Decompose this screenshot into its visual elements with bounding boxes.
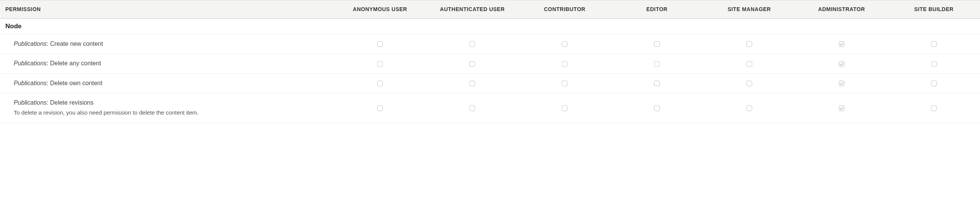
checkbox-r0-c6[interactable] — [931, 41, 937, 47]
col-header-role-3: EDITOR — [611, 0, 703, 19]
group-label: Node — [0, 18, 980, 34]
checkbox-r1-c3[interactable] — [654, 61, 660, 67]
checkbox-r0-c0[interactable] — [377, 41, 383, 47]
checkbox-r1-c1[interactable] — [469, 61, 475, 67]
permission-action: : Create new content — [47, 40, 103, 47]
checkbox-r1-c5[interactable] — [839, 61, 845, 67]
permission-action: : Delete revisions — [47, 99, 93, 106]
permissions-table: PERMISSION ANONYMOUS USER AUTHENTICATED … — [0, 0, 980, 123]
permission-label: Publications: Delete any content — [14, 59, 330, 68]
checkbox-r0-c3[interactable] — [654, 41, 660, 47]
checkbox-r0-c4[interactable] — [746, 41, 752, 47]
checkbox-r2-c1[interactable] — [469, 81, 475, 86]
permission-description: To delete a revision, you also need perm… — [14, 108, 212, 117]
checkbox-r2-c0[interactable] — [377, 81, 383, 86]
permission-cell: Publications: Create new content — [0, 34, 334, 53]
checkbox-r1-c6[interactable] — [931, 61, 937, 67]
col-header-role-6: SITE BUILDER — [888, 0, 980, 19]
col-header-role-1: AUTHENTICATED USER — [426, 0, 519, 19]
checkbox-r2-c4[interactable] — [746, 81, 752, 86]
checkbox-r1-c0[interactable] — [377, 61, 383, 67]
permission-prefix: Publications — [14, 80, 47, 86]
checkbox-r3-c2[interactable] — [562, 105, 567, 111]
table-row: Publications: Delete any content — [0, 54, 980, 73]
col-header-role-4: SITE MANAGER — [703, 0, 795, 19]
checkbox-r2-c3[interactable] — [654, 81, 660, 86]
checkbox-r3-c5[interactable] — [839, 105, 845, 111]
checkbox-r3-c3[interactable] — [654, 105, 660, 111]
checkbox-r0-c1[interactable] — [469, 41, 475, 47]
permission-label: Publications: Delete revisions — [14, 99, 330, 107]
permission-cell: Publications: Delete any content — [0, 54, 334, 73]
col-header-permission: PERMISSION — [0, 0, 334, 19]
table-row: Publications: Create new content — [0, 34, 980, 53]
permission-cell: Publications: Delete own content — [0, 73, 334, 93]
checkbox-r0-c2[interactable] — [562, 41, 567, 47]
col-header-role-2: CONTRIBUTOR — [519, 0, 611, 19]
permission-prefix: Publications — [14, 40, 47, 47]
checkbox-r1-c2[interactable] — [562, 61, 567, 67]
col-header-role-0: ANONYMOUS USER — [334, 0, 426, 19]
checkbox-r2-c5[interactable] — [839, 81, 845, 86]
group-row-node: Node — [0, 18, 980, 34]
permission-label: Publications: Delete own content — [14, 79, 330, 87]
table-row: Publications: Delete revisions To delete… — [0, 93, 980, 123]
permission-cell: Publications: Delete revisions To delete… — [0, 93, 334, 123]
checkbox-r2-c6[interactable] — [931, 81, 937, 86]
checkbox-r3-c1[interactable] — [469, 105, 475, 111]
permission-action: : Delete any content — [47, 60, 101, 66]
table-row: Publications: Delete own content — [0, 73, 980, 93]
checkbox-r3-c6[interactable] — [931, 105, 937, 111]
permission-prefix: Publications — [14, 99, 47, 106]
checkbox-r0-c5[interactable] — [839, 41, 845, 47]
permission-prefix: Publications — [14, 60, 47, 66]
table-header-row: PERMISSION ANONYMOUS USER AUTHENTICATED … — [0, 0, 980, 19]
col-header-role-5: ADMINISTRATOR — [795, 0, 888, 19]
checkbox-r3-c0[interactable] — [377, 105, 383, 111]
checkbox-r3-c4[interactable] — [746, 105, 752, 111]
checkbox-r2-c2[interactable] — [562, 81, 567, 86]
checkbox-r1-c4[interactable] — [746, 61, 752, 67]
permission-action: : Delete own content — [47, 80, 102, 86]
permission-label: Publications: Create new content — [14, 40, 330, 48]
